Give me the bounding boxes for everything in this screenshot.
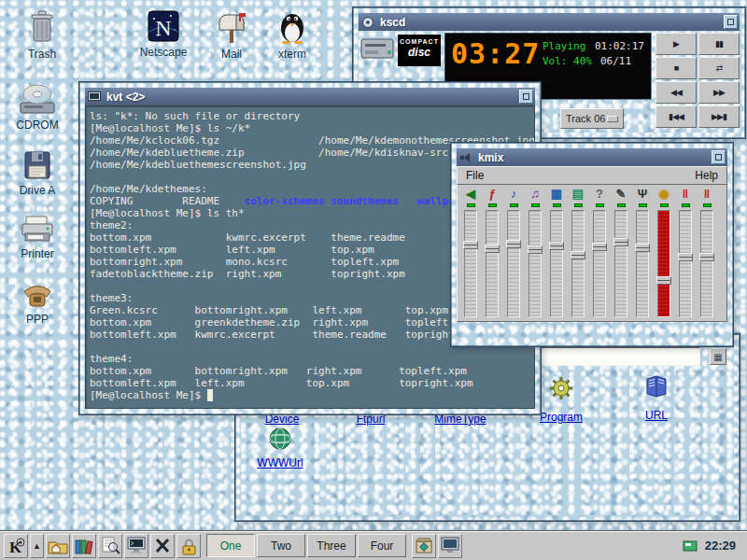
home-folder-button[interactable] [46, 534, 70, 558]
channel-slider[interactable] [657, 210, 670, 317]
channel-led[interactable] [531, 203, 540, 207]
kmix-titlebar[interactable]: kmix [457, 148, 727, 166]
mixer-channel-microphone: Ψ [633, 187, 652, 317]
cd-channel-icon: ◉ [655, 187, 672, 202]
window-title: kvt <2> [103, 91, 519, 104]
next-track-button[interactable]: ▶▶▮ [698, 105, 740, 128]
pager-desktop-four[interactable]: Four [358, 534, 406, 557]
channel-led[interactable] [553, 203, 561, 207]
menu-file[interactable]: File [458, 169, 492, 182]
menu-help[interactable]: Help [686, 169, 726, 182]
track-selector[interactable]: Track 06 [560, 108, 624, 129]
location-button[interactable]: ▦ [710, 348, 726, 365]
icon-label: CDROM [5, 119, 70, 132]
compact-disc-logo: COMPACT disc [398, 35, 441, 66]
kmix-window: kmix File Help ◀ƒ♪♫▦▤?✎Ψ◉‖‖ [451, 143, 733, 346]
desktop-icon-cdrom[interactable]: CDROM [5, 82, 70, 132]
stop-button[interactable]: ■ [655, 57, 697, 79]
maximize-button[interactable] [724, 15, 738, 29]
kmix-channels: ◀ƒ♪♫▦▤?✎Ψ◉‖‖ [457, 185, 727, 322]
pause-button[interactable]: ▮▮ [698, 33, 740, 55]
package-button[interactable] [412, 534, 436, 558]
desktop-icon-ppp[interactable]: PPP [5, 278, 70, 326]
combo-indicator [607, 116, 618, 122]
channel-led[interactable] [617, 203, 626, 207]
channel-led[interactable] [660, 203, 669, 207]
channel-led[interactable] [574, 203, 583, 207]
channel-led[interactable] [510, 203, 518, 207]
synth-channel-icon: ♫ [527, 187, 543, 202]
cd-icon [361, 16, 376, 28]
icon-label: Mail [199, 48, 264, 61]
find-files-button[interactable] [98, 534, 122, 558]
kvt-titlebar[interactable]: kvt <2> [85, 88, 535, 105]
previous-track-button[interactable]: ▮◀◀ [655, 105, 697, 128]
kscd-titlebar[interactable]: kscd [359, 13, 740, 31]
line-channel-icon: ✎ [613, 187, 629, 202]
channel-slider[interactable] [486, 210, 499, 317]
magnifier-icon [100, 537, 120, 555]
search-forward-button[interactable]: ▶▶ [698, 81, 740, 104]
maximize-button[interactable] [519, 90, 533, 104]
tux-penguin-icon [276, 7, 308, 45]
maximize-button[interactable] [712, 150, 726, 164]
pager-desktop-one[interactable]: One [206, 534, 255, 557]
up-arrow-icon: ▲ [33, 541, 41, 551]
logo-text: COMPACT [398, 38, 441, 45]
window-list-button[interactable]: ▲ [30, 534, 44, 558]
loop-button[interactable]: ⇄ [698, 57, 740, 79]
grid-icon: ▦ [713, 352, 722, 362]
channel-led[interactable] [639, 203, 647, 207]
k-menu-button[interactable]: K [4, 534, 28, 558]
channel-led[interactable] [596, 203, 604, 207]
mixer-channel-unknown: ? [590, 187, 609, 317]
applet-icon[interactable] [681, 537, 699, 555]
channel-led[interactable] [488, 203, 497, 207]
mixer-channel-record-right: ‖ [698, 187, 716, 317]
channel-slider[interactable] [507, 210, 520, 317]
cdrom-icon [19, 82, 56, 116]
help-button[interactable] [72, 534, 96, 558]
mixer-channel-volume: ◀ [461, 187, 480, 317]
pager-desktop-two[interactable]: Two [257, 534, 305, 557]
logout-button[interactable] [150, 534, 175, 558]
channel-led[interactable] [682, 203, 690, 207]
mixer-channel-synth: ♫ [526, 187, 544, 317]
mixer-channel-line: ✎ [612, 187, 630, 317]
package-icon [414, 537, 434, 555]
desktop-icon-netscape[interactable]: N Netscape [131, 9, 196, 59]
channel-slider[interactable] [679, 210, 692, 317]
desktop-icon-mail[interactable]: Mail [199, 9, 264, 61]
padlock-icon [178, 537, 199, 555]
mixer-channel-midi: ▦ [547, 187, 566, 317]
pager-desktop-three[interactable]: Three [307, 534, 356, 557]
midi-channel-icon: ▦ [548, 187, 565, 202]
channel-slider[interactable] [550, 210, 563, 317]
trash-icon [27, 9, 57, 45]
desktop-icon-printer[interactable]: Printer [5, 213, 70, 260]
template-item-wwwurl[interactable]: WWWUrl [245, 426, 316, 469]
channel-led[interactable] [703, 203, 712, 207]
channel-slider[interactable] [636, 210, 649, 317]
desktop-icon-drive-a[interactable]: Drive A [5, 149, 70, 197]
play-button[interactable]: ▶ [655, 33, 697, 55]
display-button[interactable] [438, 534, 462, 558]
search-back-button[interactable]: ◀◀ [655, 81, 697, 104]
desktop-icon-trash[interactable]: Trash [9, 9, 75, 61]
channel-led[interactable] [467, 203, 475, 207]
channel-slider[interactable] [593, 210, 606, 317]
template-label: WWWUrl [245, 456, 316, 469]
lcd-status: Playing [543, 40, 585, 52]
gear-icon [548, 375, 574, 401]
channel-slider[interactable] [700, 210, 713, 317]
icon-label: Netscape [131, 46, 196, 59]
channel-slider[interactable] [614, 210, 627, 317]
desktop-icon-xterm[interactable]: xterm [260, 7, 325, 61]
channel-slider[interactable] [464, 210, 477, 317]
lock-screen-button[interactable] [176, 534, 201, 558]
channel-slider[interactable] [571, 210, 585, 317]
home-folder-icon [48, 537, 68, 555]
template-item-url[interactable]: URL [621, 373, 692, 422]
terminal-button[interactable] [124, 534, 148, 558]
channel-slider[interactable] [529, 210, 542, 317]
